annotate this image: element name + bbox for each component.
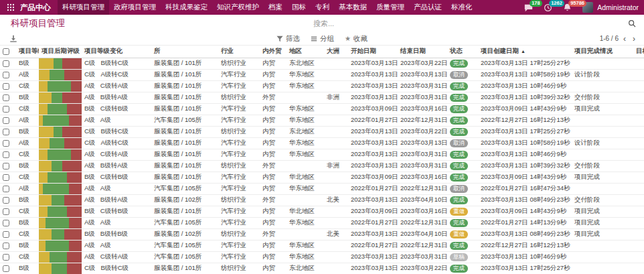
- rating-bar-segment: [50, 70, 64, 80]
- pager-prev-button[interactable]: ‹: [621, 34, 628, 44]
- row-select-cell: [0, 103, 16, 115]
- user-name[interactable]: Administrator: [597, 3, 639, 11]
- row-checkbox[interactable]: [3, 140, 9, 147]
- sort-icon: ▲: [521, 49, 526, 54]
- filter-button[interactable]: 筛选: [276, 34, 300, 44]
- column-header[interactable]: 行业: [218, 46, 260, 58]
- top-menu-item[interactable]: 标准化: [447, 0, 477, 15]
- table-row[interactable]: B级A级A级汽车集团 / 105所汽车行业内贸华东地区2022年01月27日20…: [0, 240, 644, 251]
- top-menu-item[interactable]: 科技成果鉴定: [161, 0, 212, 15]
- column-header[interactable]: 状态: [447, 46, 478, 58]
- cell-created-date: 2023年03月13日 17时25分27秒: [478, 263, 572, 274]
- top-menu-item[interactable]: 国标: [287, 0, 311, 15]
- column-header[interactable]: 项目等级: [16, 46, 39, 58]
- table-row[interactable]: C级A级C级转A级服装集团 / 101所汽车行业内贸华东地区2023年03月13…: [0, 80, 644, 92]
- top-menu-item[interactable]: 科研项目管理: [58, 0, 109, 15]
- table-row[interactable]: A级A级A级汽车集团 / 105所汽车行业内贸华东地区2022年01月27日20…: [0, 115, 644, 126]
- table-row[interactable]: A级C级A级转C级服装集团 / 101所汽车行业内贸华东地区2023年03月13…: [0, 69, 644, 80]
- groupby-button[interactable]: 分组: [311, 34, 334, 44]
- table-row[interactable]: B级A级B级转A级服装集团 / 101所纺织行业外贸非洲2023年03月13日2…: [0, 92, 644, 103]
- cell-rating-bar: [39, 263, 82, 274]
- table-row[interactable]: C级B级B级转B级服装集团 / 102所纺织行业外贸北美2023年03月13日2…: [0, 228, 644, 240]
- table-row[interactable]: B级C级B级转C级服装集团 / 101所纺织行业内贸东北地区2023年03月13…: [0, 263, 644, 274]
- column-header[interactable]: 结束日期: [398, 46, 447, 58]
- row-checkbox[interactable]: [3, 94, 9, 101]
- message-icon[interactable]: 178: [524, 3, 533, 12]
- cell-level-change: A级C级转A级: [82, 80, 151, 92]
- level-change-text: B级转C级: [100, 264, 129, 271]
- top-menu-item[interactable]: 基本数据: [334, 0, 372, 15]
- table-row[interactable]: C级B级C级转B级服装集团 / 101所汽车行业内贸华东地区2023年03月09…: [0, 103, 644, 115]
- cell-status: 完成: [447, 80, 478, 92]
- column-header[interactable]: 大洲: [324, 46, 348, 58]
- cell-region: 东北地区: [287, 126, 324, 137]
- row-checkbox[interactable]: [3, 163, 9, 169]
- clock-icon[interactable]: 1262: [544, 3, 552, 12]
- top-menu-item[interactable]: 知识产权维护: [212, 0, 264, 15]
- level-change-text: C级转A级: [100, 150, 129, 157]
- row-checkbox[interactable]: [3, 151, 9, 158]
- table-row[interactable]: B级A级B级转A级服装集团 / 102所纺织行业外贸北美2023年03月13日2…: [0, 194, 644, 206]
- column-header[interactable]: 项目创建日期▲: [478, 46, 572, 58]
- row-checkbox[interactable]: [3, 72, 9, 78]
- row-select-cell: [0, 92, 16, 103]
- rating-bar-segment: [39, 127, 54, 137]
- table-row[interactable]: B级A级A级汽车集团 / 105所汽车行业内贸华东地区2022年01月27日20…: [0, 217, 644, 228]
- favorites-button[interactable]: ★ 收藏: [345, 34, 368, 44]
- table-row[interactable]: C级B级C级转B级服装集团 / 101所汽车行业内贸华北地区2023年03月09…: [0, 206, 644, 217]
- level-change-new: C级: [84, 264, 95, 271]
- pager-next-button[interactable]: ›: [631, 34, 637, 44]
- cell-institute: 汽车集团 / 105所: [151, 251, 218, 263]
- row-checkbox[interactable]: [3, 83, 9, 90]
- column-header[interactable]: 项目完成情况: [572, 46, 633, 58]
- row-checkbox[interactable]: [3, 254, 9, 261]
- row-checkbox[interactable]: [3, 243, 9, 249]
- cell-status: 完成: [447, 217, 478, 228]
- table-row[interactable]: A级C级A级转C级服装集团 / 101所汽车行业内贸华东地区2023年03月13…: [0, 137, 644, 149]
- column-header[interactable]: 开始日期: [348, 46, 398, 58]
- cell-completion: 设计阶段: [572, 137, 633, 149]
- brand-title[interactable]: 产品中心: [20, 3, 51, 13]
- top-menu-item[interactable]: 政府项目管理: [109, 0, 161, 15]
- row-checkbox[interactable]: [3, 208, 9, 215]
- search-icon[interactable]: [627, 19, 637, 27]
- table-row[interactable]: C级A级C级转A级服装集团 / 101所汽车行业内贸华东地区2023年03月13…: [0, 149, 644, 160]
- export-button[interactable]: [9, 35, 17, 43]
- select-all-checkbox[interactable]: [3, 48, 9, 55]
- row-checkbox[interactable]: [3, 117, 9, 124]
- top-menu-item[interactable]: 专利: [311, 0, 334, 15]
- column-header[interactable]: 内外贸: [260, 46, 287, 58]
- table-row[interactable]: B级A级B级转A级服装集团 / 101所纺织行业外贸非洲2023年03月13日2…: [0, 160, 644, 172]
- cell-rating-bar: [39, 172, 82, 183]
- cell-industry: 汽车行业: [218, 217, 260, 228]
- rating-bar-segment: [50, 252, 67, 263]
- apps-grid-icon[interactable]: [4, 0, 17, 15]
- table-row[interactable]: C级A级C级转A级汽车集团 / 105所汽车行业内贸华东地区2023年03月13…: [0, 251, 644, 263]
- row-checkbox[interactable]: [3, 174, 9, 181]
- search-input[interactable]: [313, 19, 627, 27]
- top-menu-item[interactable]: 产品认证: [409, 0, 447, 15]
- table-row[interactable]: B级C级B级转C级服装集团 / 101所纺织行业内贸东北地区2023年03月13…: [0, 58, 644, 69]
- column-header[interactable]: 项目等级变化: [82, 46, 151, 58]
- top-menu-item[interactable]: 档案: [264, 0, 287, 15]
- row-checkbox[interactable]: [3, 231, 9, 238]
- column-header[interactable]: 所: [151, 46, 218, 58]
- top-menu-item[interactable]: 质量管理: [372, 0, 409, 15]
- row-checkbox[interactable]: [3, 265, 9, 272]
- row-checkbox[interactable]: [3, 220, 9, 226]
- table-row[interactable]: C级B级C级转B级服装集团 / 101所汽车行业内贸华北地区2023年03月09…: [0, 172, 644, 183]
- table-row[interactable]: A级A级A级汽车集团 / 105所汽车行业内贸华东地区2022年01月27日20…: [0, 183, 644, 194]
- level-change-text: C级转B级: [100, 105, 129, 112]
- bell-icon[interactable]: 95786: [563, 3, 572, 12]
- column-header[interactable]: 目标日期: [633, 46, 644, 58]
- column-header[interactable]: 项目后期评级: [39, 46, 82, 58]
- level-change-new: B级: [84, 105, 95, 112]
- column-header[interactable]: 地区: [287, 46, 324, 58]
- row-checkbox[interactable]: [3, 197, 9, 204]
- row-checkbox[interactable]: [3, 186, 9, 192]
- row-checkbox[interactable]: [3, 60, 9, 67]
- cell-trade: 内贸: [260, 58, 287, 69]
- row-checkbox[interactable]: [3, 129, 9, 135]
- table-row[interactable]: B级C级B级转C级服装集团 / 101所纺织行业内贸东北地区2023年03月13…: [0, 126, 644, 137]
- row-checkbox[interactable]: [3, 106, 9, 113]
